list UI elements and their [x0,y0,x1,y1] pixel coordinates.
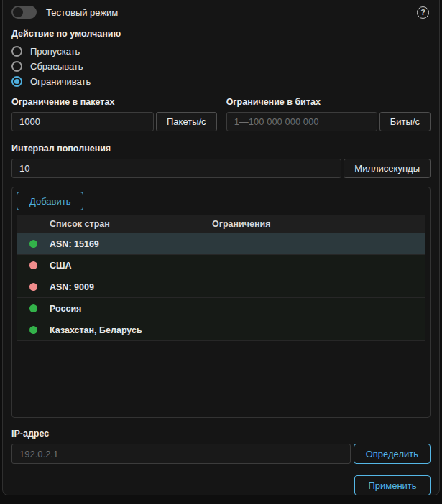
status-dot-icon [29,326,37,334]
row-name: ASN: 9009 [50,282,212,292]
radio-label: Сбрасывать [30,61,83,72]
status-dot-icon [29,261,37,269]
bit-limit-unit: Биты/с [379,112,431,131]
countries-column-header: Список стран [50,219,212,229]
row-name: ASN: 15169 [50,239,212,249]
refill-interval-label: Интервал пополнения [11,143,431,154]
test-mode-label: Тестовый режим [46,7,118,18]
table-header: Список стран Ограничения [17,215,425,233]
default-action-label: Действие по умолчанию [11,28,431,39]
test-mode-toggle[interactable] [11,6,37,19]
refill-interval-input[interactable] [11,159,341,178]
bit-limit-group: Биты/с [226,112,431,131]
bit-limit-label: Ограничение в битах [226,96,431,108]
apply-row: Применить [11,475,431,495]
refill-interval-unit: Миллисекунды [344,159,431,178]
status-dot-icon [29,304,37,312]
toggle-knob-icon [13,7,23,17]
packet-limit-unit: Пакеты/с [156,112,217,131]
bit-limit-field: Ограничение в битах Биты/с [226,96,431,131]
ip-address-input[interactable] [11,444,351,464]
radio-icon [11,46,22,57]
apply-button[interactable]: Применить [354,475,431,495]
radio-option-drop[interactable]: Сбрасывать [11,59,431,74]
table-row[interactable]: США [17,255,425,276]
table-row[interactable]: ASN: 9009 [17,276,425,298]
limits-column-header: Ограничения [212,219,425,229]
status-dot-icon [29,240,37,248]
refill-interval-group: Миллисекунды [11,159,431,178]
table-row[interactable]: Россия [17,298,425,319]
table-row[interactable]: Казахстан, Беларусь [17,319,425,341]
default-action-radio-group: Пропускать Сбрасывать Ограничивать [11,44,431,89]
radio-icon [11,76,22,87]
packet-limit-label: Ограничение в пакетах [11,96,217,108]
status-dot-icon [29,283,37,291]
radio-label: Пропускать [30,46,80,57]
row-name: США [50,261,212,271]
packet-limit-input[interactable] [11,112,154,131]
packet-limit-group: Пакеты/с [11,112,217,131]
radio-label: Ограничивать [30,76,91,87]
row-name: Россия [50,304,212,314]
row-name: Казахстан, Беларусь [50,325,212,335]
detect-button[interactable]: Определить [354,444,431,464]
header-row: Тестовый режим ? [11,5,431,19]
settings-card: Тестовый режим ? Действие по умолчанию П… [2,0,440,495]
radio-option-pass[interactable]: Пропускать [11,44,431,59]
radio-icon [11,61,22,72]
countries-panel: Добавить Список стран Ограничения ASN: 1… [11,187,431,418]
bit-limit-input[interactable] [226,112,377,131]
help-icon[interactable]: ? [417,6,429,19]
ip-address-group: Определить [11,444,431,464]
radio-option-limit[interactable]: Ограничивать [11,74,431,89]
add-button[interactable]: Добавить [17,192,83,210]
packet-limit-field: Ограничение в пакетах Пакеты/с [11,96,217,131]
table-row[interactable]: ASN: 15169 [17,233,425,255]
limits-grid: Ограничение в пакетах Пакеты/с Ограничен… [11,96,431,131]
ip-address-label: IP-адрес [11,428,431,439]
